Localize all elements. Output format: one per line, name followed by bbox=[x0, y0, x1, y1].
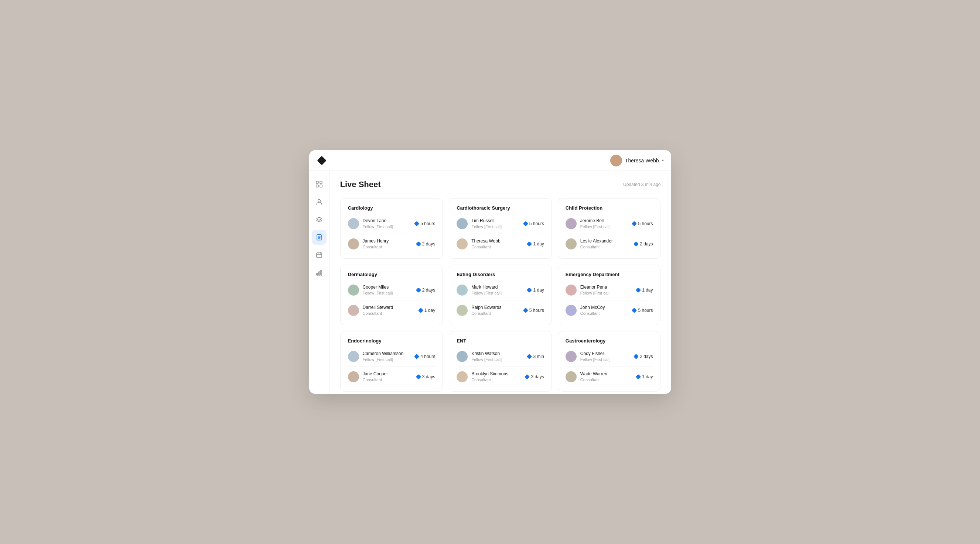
person-info: Eleanor PenaFellow [First call] bbox=[580, 285, 611, 296]
department-card: Child ProtectionJerome BellFellow [First… bbox=[558, 198, 661, 259]
person-name: Mark Howard bbox=[471, 285, 502, 290]
sidebar-item-calendar[interactable] bbox=[312, 247, 326, 262]
sidebar-item-chart[interactable] bbox=[312, 265, 326, 280]
person-row[interactable]: Theresa WebbConsultant1 day bbox=[457, 236, 544, 252]
person-row[interactable]: John McCoyConsultant5 hours bbox=[566, 303, 653, 318]
avatar bbox=[566, 371, 577, 382]
sidebar-item-person[interactable] bbox=[312, 195, 326, 209]
person-row[interactable]: Leslie AlexanderConsultant2 days bbox=[566, 236, 653, 252]
avatar bbox=[348, 371, 359, 382]
divider bbox=[566, 300, 653, 300]
department-name: Dermatology bbox=[348, 272, 436, 277]
svg-rect-2 bbox=[316, 185, 318, 187]
person-info: Brooklyn SimmonsConsultant bbox=[471, 371, 508, 382]
person-name: James Henry bbox=[363, 238, 389, 244]
chart-icon bbox=[316, 270, 323, 276]
department-name: Endocrinology bbox=[348, 338, 436, 344]
person-role: Fellow [First call] bbox=[580, 224, 611, 229]
person-role: Consultant bbox=[580, 377, 607, 382]
person-role: Consultant bbox=[580, 311, 605, 316]
doc-icon bbox=[316, 234, 323, 241]
avatar bbox=[457, 371, 468, 382]
divider bbox=[457, 300, 544, 300]
avatar bbox=[348, 218, 359, 229]
department-card: ENTKristin WatsonFellow [First call]3 mi… bbox=[449, 331, 552, 392]
person-row[interactable]: Cooper MilesFellow [First call]2 days bbox=[348, 282, 436, 298]
person-row[interactable]: Tim RussellFellow [First call]5 hours bbox=[457, 216, 544, 232]
person-role: Consultant bbox=[471, 377, 508, 382]
person-info: Theresa WebbConsultant bbox=[471, 238, 501, 249]
avatar bbox=[457, 285, 468, 296]
user-menu[interactable]: Theresa Webb ▾ bbox=[610, 155, 664, 167]
avatar bbox=[348, 305, 359, 316]
person-name: Jerome Bell bbox=[580, 218, 611, 224]
diamond-icon bbox=[633, 241, 639, 247]
person-row[interactable]: Jane CooperConsultant3 days bbox=[348, 369, 436, 385]
department-card: Emergency DepartmentEleanor PenaFellow [… bbox=[558, 265, 661, 325]
sidebar-item-grid[interactable] bbox=[312, 177, 326, 192]
time-badge: 1 day bbox=[636, 287, 653, 293]
person-left: Darrell StewardConsultant bbox=[348, 305, 393, 316]
time-badge: 2 days bbox=[634, 241, 653, 247]
person-info: Mark HowardFellow [First call] bbox=[471, 285, 502, 296]
person-row[interactable]: James HenryConsultant2 days bbox=[348, 236, 436, 252]
divider bbox=[348, 300, 436, 300]
person-role: Consultant bbox=[363, 311, 393, 316]
person-row[interactable]: Ralph EdwardsConsultant5 hours bbox=[457, 303, 544, 318]
person-name: Theresa Webb bbox=[471, 238, 501, 244]
avatar bbox=[566, 238, 577, 249]
svg-point-4 bbox=[318, 200, 321, 202]
person-role: Consultant bbox=[363, 244, 389, 249]
department-card: GastroenterologyCody FisherFellow [First… bbox=[558, 331, 661, 392]
person-left: Cooper MilesFellow [First call] bbox=[348, 285, 393, 296]
person-row[interactable]: Devon LaneFellow [First call]5 hours bbox=[348, 216, 436, 232]
person-info: Cody FisherFellow [First call] bbox=[580, 351, 611, 362]
time-badge: 5 hours bbox=[524, 221, 544, 226]
content-area: Live Sheet Updated 3 min ago CardiologyD… bbox=[330, 171, 671, 394]
avatar bbox=[566, 285, 577, 296]
logo bbox=[317, 155, 327, 166]
person-info: Wade WarrenConsultant bbox=[580, 371, 607, 382]
time-value: 3 days bbox=[422, 374, 435, 379]
person-name: Leslie Alexander bbox=[580, 238, 613, 244]
department-card: Cardiothoracic SurgeryTim RussellFellow … bbox=[449, 198, 552, 259]
person-row[interactable]: Jerome BellFellow [First call]5 hours bbox=[566, 216, 653, 232]
avatar bbox=[457, 238, 468, 249]
person-left: John McCoyConsultant bbox=[566, 305, 605, 316]
person-row[interactable]: Darrell StewardConsultant1 day bbox=[348, 303, 436, 318]
person-row[interactable]: Brooklyn SimmonsConsultant3 days bbox=[457, 369, 544, 385]
person-left: Eleanor PenaFellow [First call] bbox=[566, 285, 611, 296]
time-badge: 3 days bbox=[417, 374, 435, 379]
diamond-icon bbox=[416, 374, 421, 379]
time-value: 3 days bbox=[531, 374, 544, 379]
diamond-icon bbox=[525, 374, 530, 379]
person-role: Fellow [First call] bbox=[580, 357, 611, 362]
time-value: 3 min bbox=[533, 354, 544, 359]
department-card: CardiologyDevon LaneFellow [First call]5… bbox=[340, 198, 443, 259]
sidebar-item-doc[interactable] bbox=[312, 230, 326, 245]
person-left: Theresa WebbConsultant bbox=[457, 238, 501, 249]
avatar bbox=[348, 351, 359, 362]
sidebar bbox=[309, 171, 330, 394]
page-title: Live Sheet bbox=[340, 180, 381, 189]
person-info: Jerome BellFellow [First call] bbox=[580, 218, 611, 229]
person-row[interactable]: Mark HowardFellow [First call]1 day bbox=[457, 282, 544, 298]
person-row[interactable]: Cameron WilliamsonFellow [First call]4 h… bbox=[348, 349, 436, 364]
sidebar-item-layers[interactable] bbox=[312, 212, 326, 227]
person-role: Fellow [First call] bbox=[363, 224, 393, 229]
time-value: 5 hours bbox=[638, 308, 653, 313]
time-value: 4 hours bbox=[420, 354, 435, 359]
person-row[interactable]: Kristin WatsonFellow [First call]3 min bbox=[457, 349, 544, 364]
person-row[interactable]: Cody FisherFellow [First call]2 days bbox=[566, 349, 653, 364]
department-card: DermatologyCooper MilesFellow [First cal… bbox=[340, 265, 443, 325]
person-info: Tim RussellFellow [First call] bbox=[471, 218, 502, 229]
time-value: 5 hours bbox=[529, 221, 544, 226]
person-name: Jane Cooper bbox=[363, 371, 388, 377]
person-row[interactable]: Wade WarrenConsultant1 day bbox=[566, 369, 653, 385]
person-row[interactable]: Eleanor PenaFellow [First call]1 day bbox=[566, 282, 653, 298]
grid-icon bbox=[316, 181, 323, 187]
person-left: Tim RussellFellow [First call] bbox=[457, 218, 502, 229]
time-value: 1 day bbox=[533, 241, 544, 247]
department-name: Eating Disorders bbox=[457, 272, 544, 277]
divider bbox=[348, 366, 436, 367]
